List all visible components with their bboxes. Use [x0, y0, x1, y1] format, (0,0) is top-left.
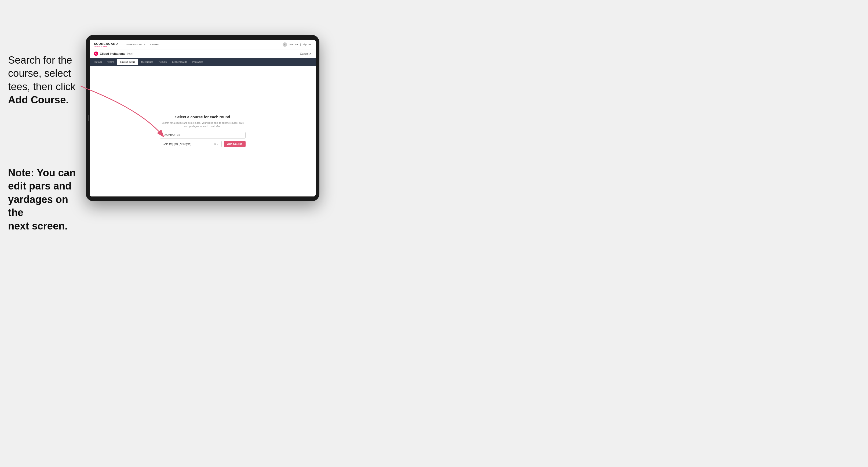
tab-course-setup[interactable]: Course Setup — [117, 59, 138, 65]
add-course-button[interactable]: Add Course — [224, 141, 246, 147]
tab-results[interactable]: Results — [156, 59, 169, 65]
course-search-input[interactable] — [160, 132, 246, 138]
tab-tee-groups[interactable]: Tee Groups — [138, 59, 156, 65]
chevron-down-icon: ⌄ — [217, 143, 219, 145]
section-title: Select a course for each round — [160, 115, 246, 119]
tab-bar: Details Teams Course Setup Tee Groups Re… — [90, 58, 316, 66]
tab-leaderboards[interactable]: Leaderboards — [169, 59, 190, 65]
tab-printables[interactable]: Printables — [190, 59, 206, 65]
tournament-name: Clippd Invitational — [100, 52, 125, 55]
tee-value-text: Gold (M) (M) (7010 yds) — [163, 143, 191, 146]
user-avatar: T — [283, 42, 287, 47]
nav-links: TOURNAMENTS TEAMS — [125, 43, 159, 46]
logo-sub: Powered by clippd — [94, 45, 118, 47]
sign-out-link[interactable]: Sign out — [303, 43, 311, 46]
logo-area: SCOREBOARD Powered by clippd — [94, 42, 118, 47]
tab-teams[interactable]: Teams — [105, 59, 117, 65]
user-name: Test User — [288, 43, 299, 46]
nav-teams[interactable]: TEAMS — [150, 43, 159, 46]
tournament-title-row: C Clippd Invitational (Men) — [94, 52, 133, 56]
tournament-header: C Clippd Invitational (Men) Cancel ✕ — [90, 50, 316, 58]
annotation-note: Note: You can edit pars and yardages on … — [8, 166, 86, 233]
cancel-button[interactable]: Cancel ✕ — [300, 52, 311, 55]
clear-tee-button[interactable]: ✕ — [214, 143, 216, 146]
tournament-gender: (Men) — [127, 52, 133, 55]
nav-tournaments[interactable]: TOURNAMENTS — [125, 43, 146, 46]
tablet-screen: SCOREBOARD Powered by clippd TOURNAMENTS… — [90, 40, 316, 196]
section-description: Search for a course and select a tee. Yo… — [160, 121, 246, 128]
nav-user-area: T Test User | Sign out — [283, 42, 311, 47]
course-select-section: Select a course for each round Search fo… — [160, 115, 246, 147]
logo-text: SCOREBOARD — [94, 42, 118, 45]
top-nav: SCOREBOARD Powered by clippd TOURNAMENTS… — [90, 40, 316, 50]
tablet-side-button — [88, 115, 89, 121]
tab-details[interactable]: Details — [92, 59, 105, 65]
tablet-device: SCOREBOARD Powered by clippd TOURNAMENTS… — [86, 35, 319, 201]
main-content: Select a course for each round Search fo… — [90, 66, 316, 196]
tee-select-row: Gold (M) (M) (7010 yds) ✕ ⌄ Add Course — [160, 141, 246, 147]
clippd-logo: C — [94, 52, 98, 56]
tee-select-field[interactable]: Gold (M) (M) (7010 yds) ✕ ⌄ — [160, 141, 222, 147]
tee-select-controls: ✕ ⌄ — [214, 143, 219, 146]
annotation-main: Search for the course, select tees, then… — [8, 54, 86, 107]
